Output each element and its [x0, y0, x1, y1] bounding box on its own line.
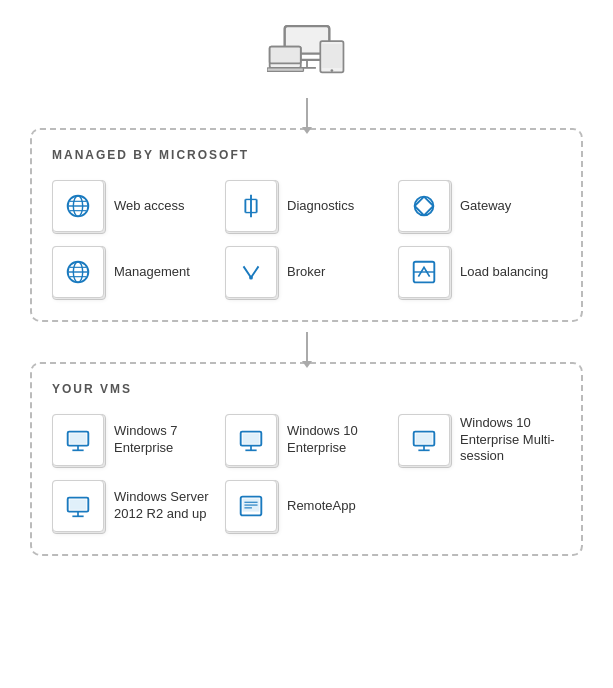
management-label: Management — [114, 264, 190, 281]
gateway-label: Gateway — [460, 198, 511, 215]
win10multi-icon-box — [398, 414, 450, 466]
web-access-icon-box — [52, 180, 104, 232]
diagnostics-icon-box — [225, 180, 277, 232]
broker-item: Broker — [225, 246, 388, 298]
load-balancing-label: Load balancing — [460, 264, 548, 281]
remoteapp-icon-box — [225, 480, 277, 532]
vms-section-title: YOUR VMS — [52, 382, 561, 396]
win7-label: Windows 7 Enterprise — [114, 423, 215, 457]
arrow-to-vms — [306, 332, 308, 362]
winserver-label: Windows Server 2012 R2 and up — [114, 489, 215, 523]
svg-point-30 — [249, 276, 253, 280]
diagnostics-item: Diagnostics — [225, 180, 388, 232]
management-item: Management — [52, 246, 215, 298]
svg-rect-8 — [322, 44, 342, 68]
svg-rect-5 — [269, 47, 300, 64]
managed-icon-grid: Web access Diagnostics — [52, 180, 561, 298]
svg-rect-6 — [267, 68, 303, 72]
gateway-icon-box — [398, 180, 450, 232]
load-balancing-item: Load balancing — [398, 246, 561, 298]
svg-rect-36 — [70, 433, 87, 443]
svg-rect-40 — [243, 433, 260, 443]
win10-item: Windows 10 Enterprise — [225, 414, 388, 466]
web-access-item: Web access — [52, 180, 215, 232]
managed-section-title: MANAGED BY MICROSOFT — [52, 148, 561, 162]
win10multi-item: Windows 10 Enterprise Multi-session — [398, 414, 561, 466]
svg-rect-48 — [70, 499, 87, 509]
svg-point-9 — [330, 69, 333, 72]
win10-icon-box — [225, 414, 277, 466]
svg-rect-44 — [416, 433, 433, 443]
win7-item: Windows 7 Enterprise — [52, 414, 215, 466]
win10multi-label: Windows 10 Enterprise Multi-session — [460, 415, 561, 466]
broker-label: Broker — [287, 264, 325, 281]
diagnostics-label: Diagnostics — [287, 198, 354, 215]
vms-icon-grid: Windows 7 Enterprise Windows 10 Enterpri… — [52, 414, 561, 532]
remoteapp-label: RemoteApp — [287, 498, 356, 515]
win7-icon-box — [52, 414, 104, 466]
managed-section: MANAGED BY MICROSOFT Web access — [30, 128, 583, 322]
top-devices-icon — [267, 20, 347, 90]
win10-label: Windows 10 Enterprise — [287, 423, 388, 457]
broker-icon-box — [225, 246, 277, 298]
remoteapp-item: RemoteApp — [225, 480, 388, 532]
web-access-label: Web access — [114, 198, 185, 215]
arrow-to-managed — [306, 98, 308, 128]
management-icon-box — [52, 246, 104, 298]
svg-point-20 — [415, 197, 434, 216]
vms-section: YOUR VMS Windows 7 Enterprise — [30, 362, 583, 556]
load-balancing-icon-box — [398, 246, 450, 298]
winserver-item: Windows Server 2012 R2 and up — [52, 480, 215, 532]
gateway-item: Gateway — [398, 180, 561, 232]
winserver-icon-box — [52, 480, 104, 532]
